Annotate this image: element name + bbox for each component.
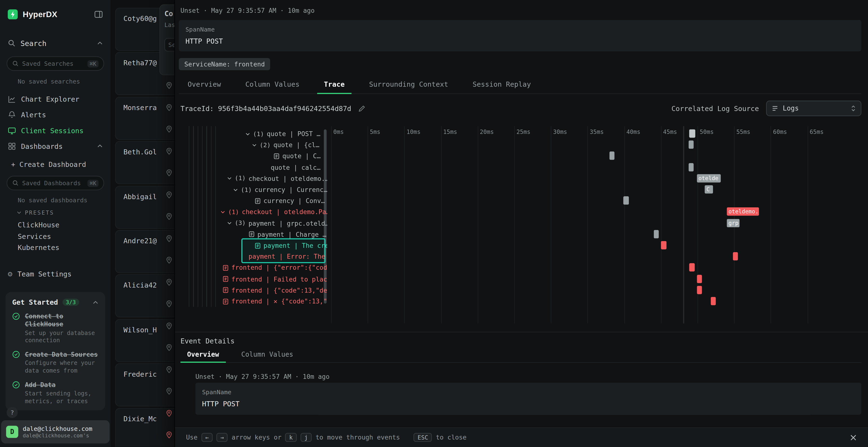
help-button[interactable]: ?: [7, 407, 18, 418]
edit-pencil-icon[interactable]: [358, 105, 365, 112]
tab-column-values[interactable]: Column Values: [239, 75, 306, 94]
trace-tree-row[interactable]: quote | calc…: [187, 162, 327, 173]
trace-span-bar[interactable]: [610, 152, 615, 160]
span-label: payment | grpc.oteld…: [249, 219, 327, 227]
search-section-header[interactable]: Search: [0, 37, 111, 50]
session-search-input[interactable]: [164, 38, 174, 51]
session-card[interactable]: Frederic: [115, 364, 175, 407]
map-pin-icon[interactable]: [166, 213, 172, 220]
map-pin-icon[interactable]: [166, 366, 172, 373]
sidebar-item-client-sessions[interactable]: Client Sessions: [0, 123, 111, 138]
saved-dashboards-input[interactable]: ⌘K: [7, 176, 104, 190]
map-pin-icon[interactable]: [166, 126, 172, 133]
get-started-item[interactable]: Create Data SourcesConfigure where your …: [12, 351, 99, 375]
map-pin-icon[interactable]: [166, 409, 172, 417]
map-pin-icon[interactable]: [166, 82, 172, 89]
saved-searches-input[interactable]: ⌘K: [7, 56, 104, 71]
trace-span-bar[interactable]: [733, 252, 738, 260]
session-card[interactable]: Alicia42: [115, 275, 175, 318]
sidebar-collapse-icon[interactable]: [94, 10, 103, 19]
map-pin-icon[interactable]: [166, 344, 172, 351]
sidebar-item-chart-explorer[interactable]: Chart Explorer: [0, 92, 111, 106]
trace-tree-row[interactable]: frontend | Failed to place…: [187, 274, 327, 285]
trace-tree-row[interactable]: payment | The cre…: [187, 240, 327, 251]
map-pin-icon[interactable]: [166, 322, 172, 329]
trace-span-bar[interactable]: [689, 264, 694, 272]
trace-span-bar[interactable]: otelde: [697, 174, 721, 182]
map-pin-icon[interactable]: [166, 147, 172, 154]
trace-span-bar[interactable]: oteldemo.: [727, 208, 759, 216]
chevron-down-icon[interactable]: [233, 187, 238, 192]
trace-span-bar[interactable]: [689, 141, 694, 149]
chevron-down-icon[interactable]: [227, 176, 232, 180]
map-pin-icon[interactable]: [166, 256, 172, 264]
session-card[interactable]: Monserra: [115, 97, 175, 140]
tab-surrounding-context[interactable]: Surrounding Context: [362, 75, 455, 94]
trace-tree-row[interactable]: currency | Conv…: [187, 195, 327, 206]
sidebar-item-preset-kubernetes[interactable]: Kubernetes: [18, 243, 59, 251]
saved-dashboards-field[interactable]: [22, 179, 84, 187]
trace-span-bar[interactable]: C: [705, 185, 713, 194]
trace-span-bar[interactable]: grp: [727, 219, 740, 227]
sidebar-item-team-settings[interactable]: ⚙ Team Settings: [0, 267, 111, 281]
trace-tree-row[interactable]: (1)checkout | oteldemo.Pa…: [187, 206, 327, 217]
trace-tree-row[interactable]: (3)payment | grpc.oteld…: [187, 218, 327, 229]
session-card[interactable]: Andre21@: [115, 230, 175, 273]
session-card[interactable]: Beth.Gol: [115, 141, 175, 184]
service-name-chip[interactable]: ServiceName: frontend: [179, 58, 271, 70]
trace-span-bar[interactable]: [689, 129, 695, 138]
sidebar-item-dashboards[interactable]: Dashboards: [0, 139, 111, 153]
map-pin-icon[interactable]: [166, 104, 172, 111]
map-pin-icon[interactable]: [166, 387, 172, 395]
trace-span-bar[interactable]: [711, 297, 716, 305]
map-pin-icon[interactable]: [166, 191, 172, 198]
log-source-select[interactable]: Logs: [766, 101, 862, 116]
session-card[interactable]: Wilson_H: [115, 319, 175, 362]
create-dashboard-button[interactable]: + Create Dashboard: [11, 161, 86, 169]
trace-tree-row[interactable]: (1)currency | Currenc…: [187, 184, 327, 195]
presets-header[interactable]: PRESETS: [17, 209, 54, 215]
map-pin-icon[interactable]: [166, 278, 172, 286]
saved-searches-field[interactable]: [22, 60, 84, 67]
trace-tree-row[interactable]: payment | Charge …: [187, 229, 327, 240]
map-pin-icon[interactable]: [166, 300, 172, 308]
chevron-down-icon[interactable]: [227, 221, 232, 225]
map-pin-icon[interactable]: [166, 235, 172, 242]
trace-span-bar[interactable]: [623, 196, 628, 204]
get-started-item[interactable]: Add DataStart sending logs, metrics, or …: [12, 381, 99, 405]
trace-tree-row[interactable]: (2)quote | {cl…: [187, 139, 327, 150]
tab-session-replay[interactable]: Session Replay: [466, 75, 537, 94]
sidebar-item-preset-services[interactable]: Services: [18, 232, 51, 240]
trace-span-bar[interactable]: [697, 286, 702, 294]
get-started-item[interactable]: Connect to ClickHouseSet up your databas…: [12, 312, 99, 344]
get-started-header[interactable]: Get Started 3/3: [12, 298, 99, 306]
chevron-down-icon[interactable]: [245, 132, 250, 136]
sidebar-item-preset-clickhouse[interactable]: ClickHouse: [18, 220, 59, 229]
trace-tree-row[interactable]: (1)checkout | oteldemo.…: [187, 173, 327, 184]
trace-span-bar[interactable]: [697, 275, 702, 283]
sidebar-item-alerts[interactable]: Alerts: [0, 107, 111, 122]
trace-tree-row[interactable]: quote | C…: [187, 150, 327, 162]
trace-tree-row[interactable]: frontend | {"code":13,"det…: [187, 285, 327, 296]
trace-span-bar[interactable]: [661, 241, 666, 249]
session-card[interactable]: Dixie_Mc: [115, 408, 175, 447]
user-menu[interactable]: D dale@clickhouse.com dale@clickhouse.co…: [1, 420, 110, 443]
map-pin-icon[interactable]: [166, 169, 172, 176]
map-pin-icon[interactable]: [166, 431, 172, 439]
trace-tree-row[interactable]: frontend | ✕ {"code":13,"d…: [187, 296, 327, 307]
grid-line: [514, 126, 515, 323]
tab-column-values[interactable]: Column Values: [235, 347, 300, 362]
trace-span-bar[interactable]: [689, 163, 694, 171]
chevron-down-icon[interactable]: [252, 143, 257, 147]
tab-trace[interactable]: Trace: [317, 75, 351, 94]
trace-tree-row[interactable]: (1)quote | POST …: [187, 128, 327, 139]
trace-tree-row[interactable]: payment | Error: The …: [187, 251, 327, 262]
trace-span-bar[interactable]: [653, 230, 658, 238]
session-search-field[interactable]: [168, 41, 174, 48]
chevron-down-icon[interactable]: [220, 210, 225, 214]
close-icon[interactable]: [850, 434, 857, 441]
session-card[interactable]: Abbigail: [115, 185, 175, 229]
trace-tree-row[interactable]: frontend | {"error":{"code…: [187, 262, 327, 273]
tab-overview[interactable]: Overview: [181, 75, 227, 94]
tab-overview[interactable]: Overview: [180, 347, 226, 363]
